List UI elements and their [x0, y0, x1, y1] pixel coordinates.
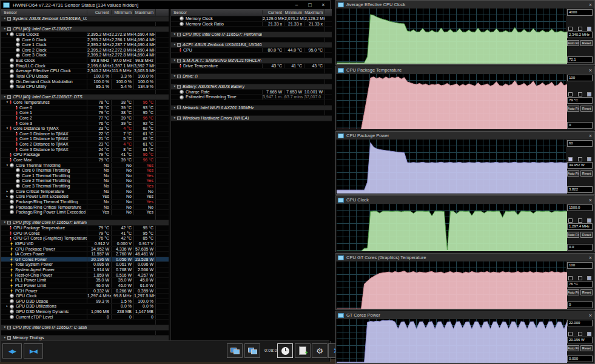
graph-option-checkbox[interactable]	[578, 218, 582, 223]
reset-button[interactable]: Reset	[580, 170, 593, 177]
graph-option-checkbox[interactable]	[587, 27, 591, 31]
close-icon[interactable]: ×	[589, 197, 592, 203]
sensor-row[interactable]: CPU Package Temperature79 °C42 °C95 °C	[1, 226, 169, 231]
sensor-row[interactable]: CPU GT Cores (Graphics) Temperature76 °C…	[1, 236, 169, 241]
sensor-row[interactable]: On-Demand Clock Modulation100.0 %100.0 %…	[1, 79, 169, 85]
group-row[interactable]: ▾CPU [#0]: Intel Core i7-1165G7: C-State…	[1, 325, 169, 331]
sensor-row[interactable]: PL1 Power Limit35.0 W35.0 W45.0 W	[1, 278, 169, 283]
auto-fit-button[interactable]: Auto Fit	[567, 289, 579, 295]
sensor-row[interactable]: ▾Core Thermal ThrottlingNoNoYes	[1, 163, 169, 169]
sensor-row[interactable]: GT Cores Power20.196 W0.056 W23.528 W	[1, 257, 169, 263]
expand-columns-button[interactable]: ◀▶	[2, 343, 22, 359]
column-header[interactable]: SensorCurrentMinimumMaximum	[171, 9, 332, 16]
chevron-down-icon[interactable]: ▾	[172, 32, 177, 37]
graph-titlebar[interactable]: CPU GT Cores (Graphics) Temperature×	[336, 254, 594, 261]
chevron-down-icon[interactable]: ▾	[2, 220, 7, 225]
group-checkbox-icon[interactable]	[177, 116, 181, 120]
sensor-row[interactable]: ▸Core Power Limit ExceededYesNoYes	[1, 194, 169, 200]
auto-fit-button[interactable]: Auto Fit	[567, 40, 579, 46]
sensor-row[interactable]: Package/Ring Critical TemperatureNoNoNo	[1, 205, 169, 211]
sensor-row[interactable]: Core 1 Thermal ThrottlingNoNoYes	[1, 174, 169, 179]
sensor-row[interactable]: Current cTDP Level000	[1, 315, 169, 320]
sensor-row[interactable]: GPU D3D Usage99.3 %1.5 %100.0 %	[1, 299, 169, 305]
close-icon[interactable]: ×	[589, 255, 592, 261]
close-icon[interactable]: ×	[589, 2, 592, 8]
sensor-row[interactable]: Total System Power0.086 W0.061 W0.096 W	[1, 262, 169, 268]
group-row[interactable]: ▾Network: Intel Wi-Fi 6 AX201 160MHz	[171, 106, 332, 111]
sensor-row[interactable]: Ring/LLC Clock2,195.6 MHz1,397.1 MHz3,59…	[1, 64, 169, 69]
group-checkbox-icon[interactable]	[177, 75, 181, 78]
sensor-row[interactable]: Core 1 Clock2,395.2 MHz2,287.7 MHz4,690.…	[1, 42, 169, 48]
group-row[interactable]: ▾CPU [#0]: Intel Core i7-1165G7: DTS	[1, 95, 169, 100]
sensor-row[interactable]: ▸Core Critical TemperatureNoNoNo	[1, 189, 169, 195]
sensor-row[interactable]: System Agent Power1.914 W0.768 W2.566 W	[1, 268, 169, 273]
sensor-row[interactable]: Package/Ring Power Limit ExceededYesNoYe…	[1, 210, 169, 215]
chevron-down-icon[interactable]: ▾	[172, 106, 177, 110]
sensor-row[interactable]: PL2 Power Limit46.0 W46.0 W61.0 W	[1, 283, 169, 289]
sensor-row[interactable]: ▾Core Distance to TjMAX23 °C4 °C62 °C	[1, 126, 169, 132]
group-row[interactable]: ▾ACPI: ASUS Zenbook UX5401EA_UX5401EA	[171, 42, 332, 48]
sensor-row[interactable]: Estimated Remaining Time3,947.1 m...63.7…	[171, 95, 332, 100]
close-icon[interactable]: ×	[589, 312, 592, 318]
sensor-row[interactable]: Bus Clock99.8 MHz97.0 MHz99.8 MHz	[1, 58, 169, 64]
group-row[interactable]: ▾CPU [#0]: Intel Core i7-1165G7: Enhance…	[1, 220, 169, 226]
group-checkbox-icon[interactable]	[7, 221, 11, 224]
graph-titlebar[interactable]: CPU Package Power×	[336, 132, 594, 140]
group-row[interactable]: ▾Windows Hardware Errors (WHEA)	[171, 116, 332, 121]
report-button[interactable]: +	[295, 343, 311, 358]
sensor-row[interactable]: ▸GPU D3D Utilizations0.0 %0.0 %	[1, 304, 169, 309]
sensor-row[interactable]: Memory Clock Ratio21.33 x21.33 x21.33 x	[171, 22, 332, 27]
sensor-row[interactable]: Drive Temperature43 °C41 °C43 °C	[171, 64, 332, 69]
sensor-row[interactable]: Core 2 Clock2,395.2 MHz2,272.8 MHz4,690.…	[1, 48, 169, 53]
chevron-down-icon[interactable]: ▾	[5, 100, 10, 105]
chevron-right-icon[interactable]: ▸	[5, 304, 10, 309]
chevron-right-icon[interactable]: ▸	[5, 194, 10, 199]
group-row[interactable]: ▾CPU [#0]: Intel Core i7-1165G7: Perform…	[171, 32, 332, 38]
column-header[interactable]: SensorCurrentMinimumMaximum	[1, 9, 169, 16]
group-checkbox-icon[interactable]	[177, 33, 181, 36]
group-checkbox-icon[interactable]	[177, 106, 181, 109]
close-icon[interactable]: ×	[589, 67, 592, 73]
sensor-row[interactable]: Charge Rate7.665 W7.653 W10.001 W	[171, 90, 332, 95]
settings-button[interactable]: ⚙	[312, 343, 328, 358]
chevron-down-icon[interactable]: ▾	[172, 42, 177, 47]
sensor-row[interactable]: ▾Core Temperatures78 °C38 °C96 °C	[1, 100, 169, 106]
reset-button[interactable]: Reset	[580, 106, 593, 112]
chevron-down-icon[interactable]: ▾	[2, 325, 7, 330]
sensor-row[interactable]: Package/Ring Thermal ThrottlingNoNoYes	[1, 200, 169, 205]
sensor-row[interactable]: Memory Clock2,129.0 MHz2,070.2 MHz2,129.…	[171, 16, 332, 22]
sensor-row[interactable]: Average Effective CPU Clock2,340.2 MHz11…	[1, 69, 169, 74]
chevron-down-icon[interactable]: ▾	[172, 58, 177, 63]
sensor-row[interactable]: Core 0 Clock2,395.2 MHz2,286.1 MHz4,690.…	[1, 38, 169, 43]
auto-fit-button[interactable]: Auto Fit	[567, 345, 579, 351]
sensor-row[interactable]: Core 179 °C38 °C95 °C	[1, 110, 169, 116]
sensor-row[interactable]: IA Cores Power11.557 W2.760 W46.461 W	[1, 252, 169, 257]
group-row[interactable]: ▾S.M.A.R.T.: SAMSUNG MZVL21T0HCLR-00B00 …	[171, 58, 332, 64]
sensor-sharing-button[interactable]	[244, 343, 260, 358]
reset-button[interactable]: Reset	[580, 345, 593, 351]
sensor-row[interactable]: Total CPU Usage100.0 %3.3 %100.0 %	[1, 74, 169, 79]
graph-option-checkbox[interactable]	[578, 276, 582, 280]
sensor-row[interactable]: CPU Package79 °C41 °C96 °C	[1, 152, 169, 158]
chevron-right-icon[interactable]: ▸	[5, 189, 10, 194]
graph-titlebar[interactable]: Average Effective CPU Clock×	[336, 1, 594, 8]
sensor-row[interactable]: Core 0 Thermal ThrottlingNoNoYes	[1, 168, 169, 174]
sensor-row[interactable]: GPU Clock1,297.4 MHz99.8 MHz1,297.5 MHz	[1, 294, 169, 299]
graph-titlebar[interactable]: CPU Package Temperature×	[336, 66, 594, 74]
sensor-row[interactable]: Rest-of-Chip Power1.859 W0.516 W4.267 W	[1, 273, 169, 278]
graph-option-checkbox[interactable]	[578, 27, 582, 31]
chevron-down-icon[interactable]: ▾	[172, 116, 177, 121]
graph-option-checkbox[interactable]	[578, 92, 582, 96]
chevron-down-icon[interactable]: ▾	[5, 163, 10, 168]
graph-option-checkbox[interactable]	[587, 157, 591, 161]
sensor-row[interactable]: Core 3 Clock2,395.2 MHz2,272.8 MHz4,690.…	[1, 53, 169, 58]
graph-option-checkbox[interactable]	[587, 92, 591, 96]
graph-titlebar[interactable]: GPU Clock×	[336, 196, 594, 204]
close-icon[interactable]: ×	[589, 133, 592, 139]
sensor-row[interactable]: Core Max79 °C39 °C96 °C	[1, 158, 169, 163]
sensor-row[interactable]: Total CPU Utility85.1 %5.4 %134.9 %	[1, 84, 169, 90]
graph-option-checkbox[interactable]	[587, 332, 591, 336]
graph-option-checkbox[interactable]	[587, 276, 591, 280]
graph-option-checkbox[interactable]	[568, 27, 573, 31]
logging-timer-button[interactable]	[277, 343, 293, 358]
